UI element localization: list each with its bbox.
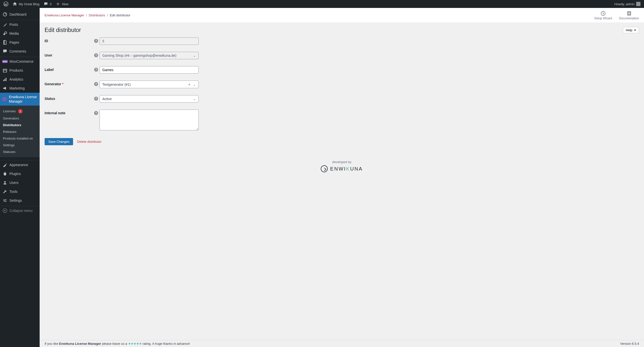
help-icon: ?: [94, 39, 98, 43]
control-generator: Testgenerator (#1) × ⌄: [100, 81, 199, 88]
elm-icon: [2, 97, 7, 102]
submenu-label: Licenses: [3, 109, 16, 113]
sidebar-item-plugins[interactable]: Plugins: [0, 169, 40, 178]
svg-rect-18: [628, 12, 630, 14]
admin-sidebar: Dashboard Posts Media Pages Comments woo…: [0, 8, 40, 188]
help-note[interactable]: ?: [94, 110, 100, 115]
chevron-down-icon: ⌄: [193, 54, 196, 58]
plugins-icon: [2, 171, 8, 176]
submenu-distributors[interactable]: Distributors: [0, 122, 40, 128]
submenu-label: Releases: [3, 130, 16, 134]
site-name-item[interactable]: My Great Blog: [10, 0, 41, 8]
user-select[interactable]: Gaming Shop (#4 – gamingshop@enwikuna.de…: [100, 52, 199, 59]
breadcrumb-root[interactable]: Enwikuna License Manager: [44, 13, 84, 17]
help-toggle[interactable]: Help ▼: [623, 27, 639, 33]
setup-wizard-button[interactable]: Setup Wizard: [594, 11, 612, 20]
help-status[interactable]: ?: [94, 95, 100, 101]
sidebar-item-products[interactable]: Products: [0, 66, 40, 75]
page-header: Edit distributor Help ▼: [44, 23, 639, 38]
sidebar-menu-bottom: Appearance Plugins Users Tools Settings …: [0, 157, 40, 188]
required-mark: *: [62, 82, 64, 86]
sidebar-item-comments[interactable]: Comments: [0, 47, 40, 56]
sidebar-item-elm[interactable]: Enwikuna License Manager: [0, 93, 40, 106]
wizard-icon: [600, 11, 606, 16]
submenu-settings[interactable]: Settings: [0, 142, 40, 148]
new-item[interactable]: New: [54, 0, 70, 8]
sidebar-item-appearance[interactable]: Appearance: [0, 160, 40, 169]
sidebar-item-label: Dashboard: [10, 12, 37, 17]
sidebar-menu: Dashboard Posts Media Pages Comments woo…: [0, 8, 40, 106]
sidebar-item-dashboard[interactable]: Dashboard: [0, 10, 40, 19]
avatar-icon: [636, 2, 640, 6]
breadcrumb-parent[interactable]: Distributors: [89, 13, 105, 17]
wordpress-icon: [4, 2, 8, 7]
svg-point-2: [5, 32, 7, 34]
adminbar-right: Howdy, admin: [612, 0, 642, 8]
row-label: Label ?: [44, 66, 248, 74]
submenu-releases[interactable]: Releases: [0, 128, 40, 135]
help-icon: ?: [94, 97, 98, 101]
home-icon: [12, 2, 17, 7]
account-item[interactable]: Howdy, admin: [612, 0, 642, 8]
control-label: [100, 66, 199, 74]
comments-item[interactable]: 0: [41, 0, 54, 8]
sidebar-item-label: Media: [10, 31, 37, 36]
developed-by-text: developed by: [44, 160, 639, 164]
delete-link[interactable]: Delete distributor: [77, 140, 101, 144]
submenu-statuses[interactable]: Statuses: [0, 148, 40, 155]
enwikuna-logo[interactable]: ENWIKUNA: [321, 165, 363, 172]
distributor-form: ID ? User ? Gaming Shop (#4 – gamingshop…: [44, 38, 248, 145]
sidebar-item-analytics[interactable]: Analytics: [0, 75, 40, 84]
help-id[interactable]: ?: [94, 38, 100, 43]
help-icon: ?: [94, 53, 98, 57]
sidebar-item-users[interactable]: Users: [0, 178, 40, 187]
sidebar-item-label: Users: [10, 180, 37, 185]
help-label[interactable]: ?: [94, 66, 100, 72]
row-user: User ? Gaming Shop (#4 – gamingshop@enwi…: [44, 52, 248, 59]
brand-pre: ENWI: [330, 166, 346, 172]
row-note: Internal note ?: [44, 110, 248, 131]
sidebar-item-label: Plugins: [10, 172, 37, 176]
save-button[interactable]: Save Changes: [44, 138, 73, 145]
label-input[interactable]: [100, 66, 199, 74]
status-value: Active: [102, 97, 112, 101]
sidebar-item-marketing[interactable]: Marketing: [0, 84, 40, 93]
sidebar-item-label: Appearance: [10, 163, 37, 167]
help-generator[interactable]: ?: [94, 81, 100, 86]
submenu-generators[interactable]: Generators: [0, 115, 40, 122]
sidebar-item-tools[interactable]: Tools: [0, 187, 40, 188]
adminbar-left: My Great Blog 0 New: [2, 0, 70, 8]
sidebar-item-media[interactable]: Media: [0, 29, 40, 38]
svg-rect-3: [3, 69, 7, 72]
adminbar: My Great Blog 0 New Howdy, admin: [0, 0, 644, 8]
media-icon: [2, 31, 8, 36]
howdy-label: Howdy, admin: [614, 2, 634, 6]
control-id: [100, 38, 199, 45]
submenu-label: Settings: [3, 143, 14, 147]
help-icon: ?: [94, 111, 98, 115]
sidebar-item-posts[interactable]: Posts: [0, 20, 40, 29]
svg-point-8: [4, 181, 6, 183]
sidebar-item-woocommerce[interactable]: woo WooCommerce: [0, 57, 40, 66]
select-actions: × ⌄: [188, 82, 196, 87]
clear-icon[interactable]: ×: [188, 82, 190, 87]
wp-logo-item[interactable]: [2, 0, 10, 8]
generator-select[interactable]: Testgenerator (#1) × ⌄: [100, 81, 199, 88]
label-generator: Generator *: [44, 81, 94, 86]
submenu-licenses[interactable]: Licenses 2: [0, 108, 40, 115]
submenu-label: Products installed on: [3, 137, 33, 140]
plugin-topbar: Enwikuna License Manager / Distributors …: [40, 8, 644, 23]
docs-icon: [626, 11, 632, 16]
help-user[interactable]: ?: [94, 52, 100, 57]
user-value: Gaming Shop (#4 – gamingshop@enwikuna.de…: [102, 54, 176, 58]
help-icon: ?: [94, 68, 98, 72]
submenu-products-installed[interactable]: Products installed on: [0, 135, 40, 142]
sidebar-item-pages[interactable]: Pages: [0, 38, 40, 47]
submenu-label: Distributors: [3, 123, 21, 127]
docs-label: Documentation: [619, 17, 639, 20]
submenu-label: Generators: [3, 117, 19, 120]
note-textarea[interactable]: [100, 110, 199, 130]
documentation-button[interactable]: Documentation: [619, 11, 639, 20]
breadcrumb-sep: /: [107, 13, 108, 17]
status-select[interactable]: Active ⌄: [100, 95, 199, 103]
